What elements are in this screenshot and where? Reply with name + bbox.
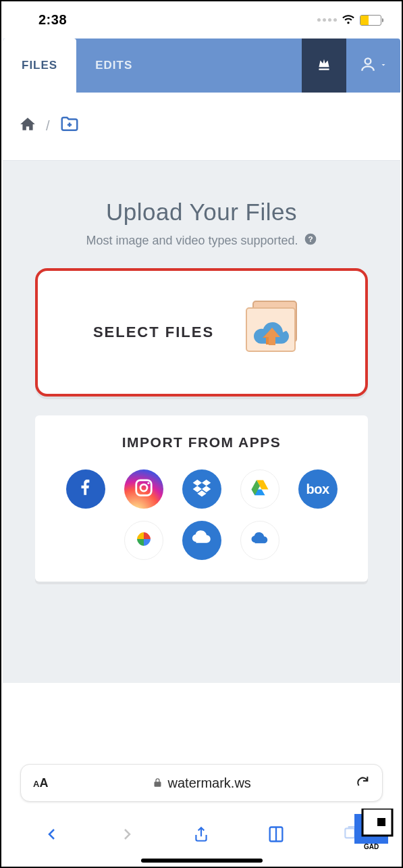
upload-subtitle: Most image and video types supported. ? bbox=[35, 232, 368, 249]
breadcrumb: / bbox=[3, 93, 400, 161]
help-icon[interactable]: ? bbox=[304, 232, 317, 249]
wifi-icon bbox=[341, 11, 356, 29]
upload-subtitle-text: Most image and video types supported. bbox=[86, 234, 298, 248]
tab-files-label: FILES bbox=[22, 59, 57, 72]
profile-menu-button[interactable] bbox=[346, 39, 400, 93]
svg-point-0 bbox=[365, 58, 371, 64]
battery-icon bbox=[360, 15, 381, 26]
dropbox-icon bbox=[191, 477, 213, 501]
google-drive-import-button[interactable] bbox=[240, 469, 279, 509]
onedrive-personal-icon bbox=[250, 529, 270, 552]
dropbox-import-button[interactable] bbox=[182, 469, 221, 509]
cellular-signal-icon bbox=[317, 18, 337, 22]
url-text: watermark.ws bbox=[168, 775, 251, 791]
reload-button[interactable] bbox=[355, 774, 370, 792]
svg-point-6 bbox=[140, 484, 147, 491]
upload-cloud-icon bbox=[234, 297, 310, 367]
status-indicators bbox=[317, 11, 381, 29]
back-button[interactable] bbox=[35, 817, 69, 851]
google-photos-icon bbox=[134, 529, 154, 552]
new-folder-icon[interactable] bbox=[59, 114, 80, 137]
status-bar: 2:38 bbox=[1, 1, 402, 39]
app-header: FILES EDITS bbox=[3, 39, 400, 93]
svg-text:?: ? bbox=[308, 234, 313, 243]
breadcrumb-separator: / bbox=[46, 118, 50, 134]
select-files-label: SELECT FILES bbox=[93, 324, 214, 341]
google-photos-import-button[interactable] bbox=[124, 521, 163, 560]
url-display[interactable]: watermark.ws bbox=[48, 775, 355, 791]
home-indicator[interactable] bbox=[141, 859, 263, 863]
forward-button bbox=[110, 817, 144, 851]
upload-title: Upload Your Files bbox=[35, 199, 368, 226]
svg-point-7 bbox=[147, 482, 149, 484]
premium-button[interactable] bbox=[302, 39, 346, 93]
select-files-button[interactable]: SELECT FILES bbox=[35, 268, 368, 397]
safari-url-bar[interactable]: AA watermark.ws bbox=[20, 764, 383, 802]
import-title: IMPORT FROM APPS bbox=[49, 434, 354, 451]
bookmarks-button[interactable] bbox=[259, 817, 293, 851]
tab-edits[interactable]: EDITS bbox=[76, 39, 151, 93]
device-frame: 2:38 FILES EDITS bbox=[0, 0, 403, 868]
onedrive-icon bbox=[190, 528, 213, 553]
tab-files[interactable]: FILES bbox=[3, 39, 76, 93]
chevron-down-icon bbox=[379, 59, 387, 72]
main-content: Upload Your Files Most image and video t… bbox=[3, 161, 400, 683]
import-apps-row-1: box bbox=[49, 469, 354, 509]
user-icon bbox=[359, 55, 377, 76]
onedrive-import-button[interactable] bbox=[182, 521, 221, 560]
import-apps-row-2 bbox=[49, 521, 354, 560]
box-import-button[interactable]: box bbox=[298, 469, 338, 509]
instagram-icon bbox=[134, 478, 154, 501]
status-time: 2:38 bbox=[38, 12, 67, 28]
box-icon: box bbox=[306, 482, 329, 497]
svg-rect-11 bbox=[377, 818, 385, 826]
svg-text:GAD: GAD bbox=[364, 843, 379, 850]
tab-bar: FILES EDITS bbox=[3, 39, 151, 93]
facebook-import-button[interactable] bbox=[66, 469, 105, 509]
safari-toolbar bbox=[1, 813, 402, 856]
gad-watermark-badge: GAD bbox=[346, 809, 395, 853]
onedrive-personal-import-button[interactable] bbox=[240, 521, 279, 560]
text-size-button[interactable]: AA bbox=[33, 776, 48, 790]
share-button[interactable] bbox=[184, 817, 218, 851]
tab-edits-label: EDITS bbox=[95, 59, 132, 72]
lock-icon bbox=[153, 775, 163, 791]
import-from-apps-card: IMPORT FROM APPS bbox=[35, 415, 368, 582]
home-icon[interactable] bbox=[19, 116, 36, 136]
facebook-icon bbox=[77, 479, 95, 499]
google-drive-icon bbox=[250, 478, 270, 501]
instagram-import-button[interactable] bbox=[124, 469, 163, 509]
crown-icon bbox=[315, 55, 333, 76]
